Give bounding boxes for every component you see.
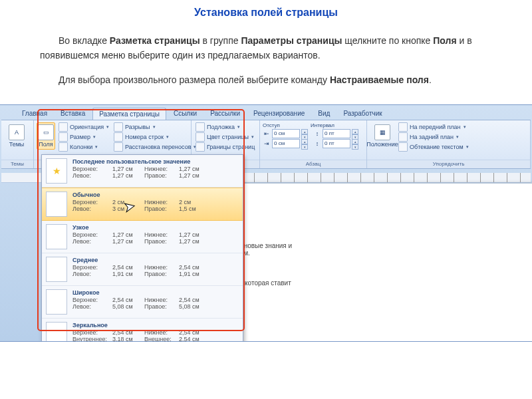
send-back-button[interactable]: На задний план [397,132,470,142]
space-before[interactable]: ↕0 пт▴▾ [313,129,358,138]
margin-option-3[interactable]: СреднееВерхнее:2,54 смНижнее:2,54 смЛево… [42,253,243,286]
margin-preset-icon [46,158,67,184]
margin-option-0[interactable]: Последнее пользовательское значениеВерхн… [42,155,243,188]
bring-front-button[interactable]: На передний план [397,122,470,132]
tab-разметка страницы[interactable]: Разметка страницы [92,108,166,120]
page-color-icon [196,132,205,142]
indent-header: Отступ [263,122,303,128]
group-arrange-label: Упорядочить [367,160,530,168]
hyphen-icon [114,142,123,152]
margin-option-4[interactable]: ШирокоеВерхнее:2,54 смНижнее:2,54 смЛево… [42,286,243,319]
group-themes-label: Темы [1,160,33,168]
tab-вид[interactable]: Вид [312,108,336,120]
margin-preset-icon [46,289,67,315]
margin-preset-icon [46,192,67,217]
columns-icon [59,142,68,152]
intro-text: Во вкладке Разметка страницы в группе Па… [0,33,532,104]
space-after[interactable]: ↕0 пт▴▾ [313,139,358,148]
orientation-button[interactable]: Ориентация [57,122,110,132]
page-title: Установка полей страницы [0,0,532,24]
position-button[interactable]: ▦ Положение [370,122,395,150]
front-icon [398,122,408,132]
margin-option-5[interactable]: ЗеркальноеВерхнее:2,54 смНижнее:2,54 смВ… [42,319,243,342]
tab-главная[interactable]: Главная [16,108,53,120]
indent-right[interactable]: ⇥0 см▴▾ [263,139,308,148]
margins-icon: ▭ [38,124,54,140]
group-paragraph-label: Абзац [260,160,366,168]
margin-preset-icon [46,257,67,282]
page-borders-button[interactable]: Границы страниц [194,142,256,152]
wrap-icon [398,142,408,152]
themes-icon: A [9,124,25,140]
size-icon [59,132,68,142]
breaks-button[interactable]: Разрывы [112,122,198,132]
tab-разработчик[interactable]: Разработчик [337,108,388,120]
text-wrap-button[interactable]: Обтекание текстом [397,142,470,152]
indent-left[interactable]: ⇤0 см▴▾ [263,129,308,138]
watermark-icon [196,122,205,132]
margin-option-1[interactable]: ОбычноеВерхнее:2 смНижнее:2 смЛевое:3 см… [42,188,243,221]
tab-рецензирование[interactable]: Рецензирование [247,108,311,120]
line-numbers-button[interactable]: Номера строк [112,132,198,142]
margin-option-2[interactable]: УзкоеВерхнее:1,27 смНижнее:1,27 смЛевое:… [42,221,243,253]
themes-button[interactable]: A Темы [4,122,29,150]
hyphenation-button[interactable]: Расстановка переносов [112,142,198,152]
ribbon-tabs: ГлавнаяВставкаРазметка страницыСсылкиРас… [0,105,532,120]
margins-button[interactable]: ▭ Поля [37,122,55,150]
watermark-button[interactable]: Подложка [194,122,256,132]
margin-preset-icon [46,322,67,342]
lines-icon [114,132,123,142]
tab-ссылки[interactable]: Ссылки [168,108,203,120]
margins-dropdown: Последнее пользовательское значениеВерхн… [41,154,243,342]
orientation-icon [59,122,68,132]
spacing-header: Интервал [311,122,334,128]
margin-preset-icon [46,224,67,249]
tab-вставка[interactable]: Вставка [55,108,91,120]
size-button[interactable]: Размер [57,132,110,142]
borders-icon [196,142,205,152]
back-icon [398,132,408,142]
page-color-button[interactable]: Цвет страницы [194,132,256,142]
position-icon: ▦ [374,124,390,140]
breaks-icon [114,122,123,132]
columns-button[interactable]: Колонки [57,142,110,152]
word-screenshot: ГлавнаяВставкаРазметка страницыСсылкиРас… [0,104,532,342]
tab-рассылки[interactable]: Рассылки [204,108,246,120]
